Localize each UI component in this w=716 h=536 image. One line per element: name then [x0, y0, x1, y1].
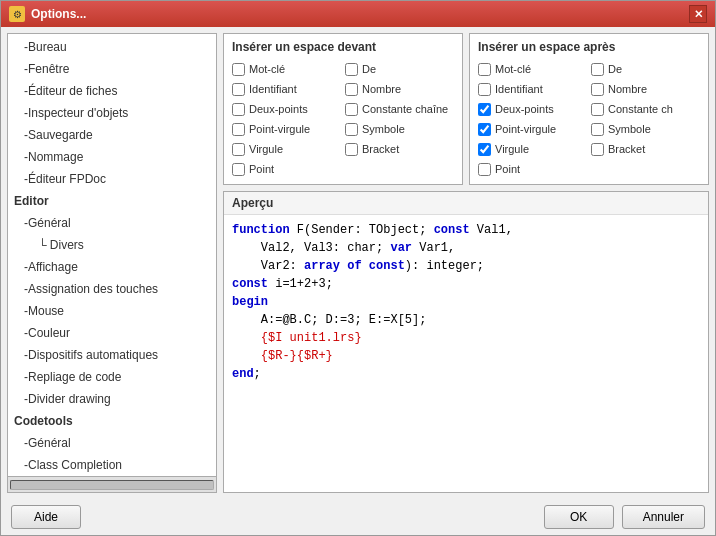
checkbox-row: De: [345, 60, 454, 78]
preview-wrapper: function F(Sender: TObject; const Val1, …: [224, 215, 708, 492]
checkbox-label: Deux-points: [249, 100, 308, 118]
checkbox-before-mot-clé[interactable]: [232, 63, 245, 76]
tree-item[interactable]: -Fenêtre: [10, 58, 214, 80]
code-line: Var2: array of const): integer;: [232, 257, 700, 275]
checkbox-label: Symbole: [608, 120, 651, 138]
tree-item[interactable]: -Divider drawing: [10, 388, 214, 410]
close-button[interactable]: ✕: [689, 5, 707, 23]
checkbox-before-constante-chaîne[interactable]: [345, 103, 358, 116]
tree-item[interactable]: -Dispositifs automatiques: [10, 344, 214, 366]
checkbox-row: Identifiant: [232, 80, 341, 98]
insert-after-group: Insérer un espace après Mot-cléDeIdentif…: [469, 33, 709, 185]
window-icon: ⚙: [9, 6, 25, 22]
checkbox-row: Bracket: [591, 140, 700, 158]
checkbox-row: Identifiant: [478, 80, 587, 98]
tree-container[interactable]: -Bureau-Fenêtre-Éditeur de fiches-Inspec…: [8, 34, 216, 476]
checkbox-before-deux-points[interactable]: [232, 103, 245, 116]
checkbox-label: Nombre: [608, 80, 647, 98]
checkbox-row: Bracket: [345, 140, 454, 158]
right-panel: Insérer un espace devant Mot-cléDeIdenti…: [223, 33, 709, 493]
ok-button[interactable]: OK: [544, 505, 614, 529]
code-line: Val2, Val3: char; var Var1,: [232, 239, 700, 257]
checkbox-label: Bracket: [608, 140, 645, 158]
code-line: begin: [232, 293, 700, 311]
titlebar: ⚙ Options... ✕: [1, 1, 715, 27]
checkbox-row: Mot-clé: [478, 60, 587, 78]
code-line: end;: [232, 365, 700, 383]
checkbox-after-deux-points[interactable]: [478, 103, 491, 116]
checkbox-label: De: [608, 60, 622, 78]
horizontal-scrollbar[interactable]: [10, 480, 214, 490]
checkbox-label: De: [362, 60, 376, 78]
titlebar-left: ⚙ Options...: [9, 6, 86, 22]
tree-item[interactable]: -Éditeur FPDoc: [10, 168, 214, 190]
main-content: -Bureau-Fenêtre-Éditeur de fiches-Inspec…: [1, 27, 715, 499]
preview-content: function F(Sender: TObject; const Val1, …: [224, 215, 708, 492]
checkbox-row: Constante ch: [591, 100, 700, 118]
checkbox-before-nombre[interactable]: [345, 83, 358, 96]
checkbox-label: Virgule: [495, 140, 529, 158]
checkbox-row: Nombre: [591, 80, 700, 98]
checkbox-row: Point-virgule: [478, 120, 587, 138]
checkbox-row: Deux-points: [232, 100, 341, 118]
checkbox-after-point[interactable]: [478, 163, 491, 176]
checkbox-after-virgule[interactable]: [478, 143, 491, 156]
checkbox-after-constante-ch[interactable]: [591, 103, 604, 116]
tree-item[interactable]: Codetools: [10, 410, 214, 432]
tree-item[interactable]: -Affichage: [10, 256, 214, 278]
tree-item[interactable]: -Général: [10, 212, 214, 234]
checkbox-label: Point: [249, 160, 274, 178]
checkbox-row: De: [591, 60, 700, 78]
checkbox-label: Virgule: [249, 140, 283, 158]
checkbox-after-de[interactable]: [591, 63, 604, 76]
checkbox-row: Symbole: [345, 120, 454, 138]
options-window: ⚙ Options... ✕ -Bureau-Fenêtre-Éditeur d…: [0, 0, 716, 536]
checkbox-after-mot-clé[interactable]: [478, 63, 491, 76]
checkbox-row: Point: [232, 160, 341, 178]
checkbox-after-identifiant[interactable]: [478, 83, 491, 96]
checkbox-after-symbole[interactable]: [591, 123, 604, 136]
checkbox-before-symbole[interactable]: [345, 123, 358, 136]
checkbox-after-point-virgule[interactable]: [478, 123, 491, 136]
checkbox-row: Deux-points: [478, 100, 587, 118]
tree-item[interactable]: -Éditeur de fiches: [10, 80, 214, 102]
checkbox-before-point[interactable]: [232, 163, 245, 176]
checkbox-before-bracket[interactable]: [345, 143, 358, 156]
code-line: const i=1+2+3;: [232, 275, 700, 293]
window-title: Options...: [31, 7, 86, 21]
checkbox-label: Identifiant: [249, 80, 297, 98]
tree-item[interactable]: -Couleur: [10, 322, 214, 344]
checkbox-row: Nombre: [345, 80, 454, 98]
tree-item[interactable]: -Assignation des touches: [10, 278, 214, 300]
tree-item[interactable]: -Général: [10, 432, 214, 454]
checkbox-before-identifiant[interactable]: [232, 83, 245, 96]
checkbox-label: Identifiant: [495, 80, 543, 98]
annuler-button[interactable]: Annuler: [622, 505, 705, 529]
checkbox-row: Point: [478, 160, 587, 178]
checkbox-after-bracket[interactable]: [591, 143, 604, 156]
bottom-bar: Aide OK Annuler: [1, 499, 715, 535]
checkbox-before-virgule[interactable]: [232, 143, 245, 156]
aide-button[interactable]: Aide: [11, 505, 81, 529]
checkbox-after-nombre[interactable]: [591, 83, 604, 96]
checkbox-row: Point-virgule: [232, 120, 341, 138]
tree-item[interactable]: -Inspecteur d'objets: [10, 102, 214, 124]
tree-item[interactable]: -Nommage: [10, 146, 214, 168]
checkbox-label: Point: [495, 160, 520, 178]
code-line: {$R-}{$R+}: [232, 347, 700, 365]
checkbox-row: Virgule: [478, 140, 587, 158]
tree-item[interactable]: Editor: [10, 190, 214, 212]
insert-before-grid: Mot-cléDeIdentifiantNombreDeux-pointsCon…: [232, 60, 454, 178]
checkbox-label: Point-virgule: [495, 120, 556, 138]
preview-area: Aperçu function F(Sender: TObject; const…: [223, 191, 709, 493]
checkbox-before-point-virgule[interactable]: [232, 123, 245, 136]
checkbox-label: Bracket: [362, 140, 399, 158]
tree-item[interactable]: -Bureau: [10, 36, 214, 58]
checkbox-before-de[interactable]: [345, 63, 358, 76]
tree-item[interactable]: -Mouse: [10, 300, 214, 322]
tree-item[interactable]: -Repliage de code: [10, 366, 214, 388]
tree-item[interactable]: -Sauvegarde: [10, 124, 214, 146]
tree-item[interactable]: -Class Completion: [10, 454, 214, 476]
checkbox-row: Mot-clé: [232, 60, 341, 78]
tree-item[interactable]: └ Divers: [10, 234, 214, 256]
